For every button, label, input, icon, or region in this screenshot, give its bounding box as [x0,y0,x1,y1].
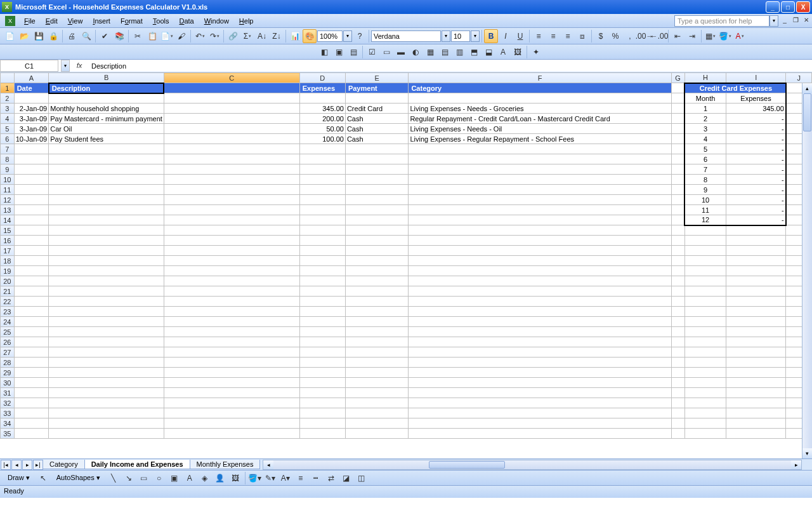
cell-D9[interactable] [299,164,345,175]
cell-A8[interactable] [14,154,49,164]
cell-F28[interactable] [409,358,671,368]
col-header-D[interactable]: D [299,73,345,83]
research-button[interactable]: 📚 [112,29,126,43]
cell-B15[interactable] [49,225,164,236]
cell-F21[interactable] [409,286,671,297]
cell-I28[interactable] [726,358,786,368]
align-center-button[interactable]: ≡ [546,29,560,43]
tb2-12[interactable]: ⬓ [481,45,495,59]
cell-D23[interactable] [299,307,345,317]
cell-F29[interactable] [409,368,671,378]
cell-F30[interactable] [409,378,671,388]
col-header-C[interactable]: C [164,73,299,83]
cell-H29[interactable] [684,368,726,378]
cell-B13[interactable] [49,205,164,215]
cut-button[interactable]: ✂ [131,29,145,43]
cell-E13[interactable] [345,205,409,215]
tb2-2[interactable]: ▣ [332,45,346,59]
select-objects-button[interactable]: ↖ [36,471,50,485]
menu-format[interactable]: Format [115,16,148,26]
tb2-4[interactable]: ☑ [365,45,379,59]
merge-center-button[interactable]: ⧈ [575,29,589,43]
cell-B8[interactable] [49,154,164,164]
cell-E34[interactable] [345,418,409,429]
row-header-7[interactable]: 7 [1,144,15,154]
cell-E22[interactable] [345,297,409,307]
cell-A33[interactable] [14,408,49,418]
cell-I10[interactable]: - [726,175,786,185]
cell-F8[interactable] [409,154,671,164]
row-header-34[interactable]: 34 [1,418,15,429]
cell-A12[interactable] [14,195,49,205]
cell-H34[interactable] [684,418,726,429]
cell-E16[interactable] [345,236,409,246]
help-search-box[interactable]: Type a question for help [674,15,769,27]
name-box[interactable]: C1 [0,60,58,72]
cell-A30[interactable] [14,378,49,388]
textbox-button[interactable]: ▣ [167,471,181,485]
cell-I17[interactable] [726,246,786,256]
menu-window[interactable]: Window [199,16,234,26]
cell-C31[interactable] [164,388,299,398]
cell-G34[interactable] [671,418,684,429]
cell-H24[interactable] [684,317,726,327]
cell-E30[interactable] [345,378,409,388]
cell-B31[interactable] [49,388,164,398]
scroll-thumb[interactable] [803,93,811,131]
cell-H28[interactable] [684,358,726,368]
cell-C18[interactable] [164,256,299,266]
cell-I5[interactable]: - [726,124,786,134]
tab-next[interactable]: ▸ [22,460,32,470]
cell-D12[interactable] [299,195,345,205]
cell-C33[interactable] [164,408,299,418]
autoshapes-menu[interactable]: AutoShapes ▾ [51,472,105,483]
row-header-15[interactable]: 15 [1,225,15,236]
cell-D20[interactable] [299,276,345,286]
cell-B2[interactable] [49,93,164,104]
cell-E24[interactable] [345,317,409,327]
row-header-19[interactable]: 19 [1,266,15,276]
cell-E17[interactable] [345,246,409,256]
cell-C5[interactable] [164,124,299,134]
percent-button[interactable]: % [608,29,622,43]
tb2-7[interactable]: ◐ [409,45,422,59]
cell-B29[interactable] [49,368,164,378]
cell-A24[interactable] [14,317,49,327]
cell-D6[interactable]: 100.00 [299,134,345,144]
row-header-31[interactable]: 31 [1,388,15,398]
cell-B27[interactable] [49,347,164,358]
menu-edit[interactable]: Edit [41,16,63,26]
shadow-button[interactable]: ◪ [339,471,353,485]
cell-D29[interactable] [299,368,345,378]
cell-C8[interactable] [164,154,299,164]
cell-I12[interactable]: - [726,195,786,205]
cell-C1[interactable] [164,83,299,93]
cell-F19[interactable] [409,266,671,276]
cell-A5[interactable]: 3-Jan-09 [14,124,49,134]
cell-H32[interactable] [684,398,726,408]
line-button[interactable]: ╲ [107,471,121,485]
cell-A18[interactable] [14,256,49,266]
cell-H8[interactable]: 6 [684,154,726,164]
cell-H16[interactable] [684,236,726,246]
decrease-decimal-button[interactable]: ←.00 [652,29,666,43]
cell-D1[interactable]: Expenses [299,83,345,93]
cell-F35[interactable] [409,429,671,439]
cell-G33[interactable] [671,408,684,418]
row-header-9[interactable]: 9 [1,164,15,175]
hscroll-left[interactable]: ◂ [263,460,273,469]
currency-button[interactable]: $ [594,29,608,43]
cell-F4[interactable]: Regular Repayment - Credit Card/Loan - M… [409,114,671,124]
menu-data[interactable]: Data [174,16,199,26]
row-header-26[interactable]: 26 [1,337,15,347]
cell-G27[interactable] [671,347,684,358]
clipart-button[interactable]: 👤 [213,471,227,485]
cell-I3[interactable]: 345.00 [726,104,786,114]
cell-B3[interactable]: Monthly household shopping [49,104,164,114]
row-header-6[interactable]: 6 [1,134,15,144]
cell-D13[interactable] [299,205,345,215]
cell-H12[interactable]: 10 [684,195,726,205]
cell-F22[interactable] [409,297,671,307]
cell-A21[interactable] [14,286,49,297]
tb2-1[interactable]: ◧ [317,45,331,59]
